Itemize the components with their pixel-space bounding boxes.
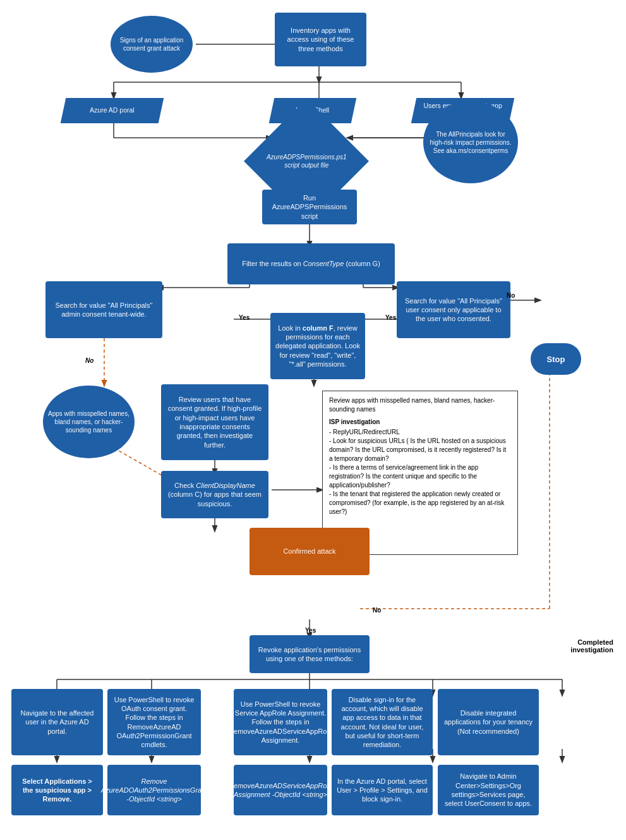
apps-misspelled-oval: Apps with misspelled names, bland names,… <box>43 386 135 458</box>
navigate-admin-label: Navigate to Admin Center>Settings>Org se… <box>443 772 534 808</box>
completed-label-text: Completedinvestigation <box>570 638 613 654</box>
remove-azure-oauth-box: Remove AzureADOAuth2PermissionsGrant -Ob… <box>107 765 201 815</box>
no-label-admin: No <box>85 357 93 364</box>
azure-ad-portal: Azure AD poral <box>61 98 164 123</box>
filter-results-label: Filter the results on ConsentType (colum… <box>242 259 380 268</box>
disable-signin-label: Disable sign-in for the account, which w… <box>337 695 428 750</box>
remove-azure-oauth-label: Remove AzureADOAuth2PermissionsGrant -Ob… <box>101 777 208 804</box>
remove-azure-service-box: RemoveAzureADServiceAppRole Assignment -… <box>234 765 327 815</box>
revoke-permissions-box: Revoke application's permissions using o… <box>250 635 370 673</box>
no-label-confirmed: No <box>373 607 381 614</box>
flowchart-diagram: Signs of an application consent grant at… <box>0 0 626 840</box>
inventory-label: Inventory apps with access using of thes… <box>280 26 361 53</box>
all-principals-circle: The AllPrincipals look for high-risk imp… <box>423 101 518 183</box>
review-users-label: Review users that have consent granted. … <box>166 395 263 449</box>
diamond-label: AzureADPSPermissions.ps1script output fi… <box>264 150 349 172</box>
stop-label: Stop <box>547 355 565 364</box>
run-script-label: Run AzureADPSPermissions script <box>267 193 352 221</box>
search-admin-label: Search for value "All Principals" admin … <box>51 301 157 319</box>
select-applications-box: Select Applications > the suspicious app… <box>11 765 103 815</box>
disable-integrated-box: Disable integrated applications for your… <box>438 689 539 755</box>
all-principals-label: The AllPrincipals look for high-risk imp… <box>428 130 513 155</box>
look-column-f-box: Look in column F, review permissions for… <box>270 313 365 379</box>
inventory-box: Inventory apps with access using of thes… <box>275 13 366 66</box>
select-applications-label: Select Applications > the suspicious app… <box>16 777 98 804</box>
confirmed-attack-label: Confirmed attack <box>283 547 335 556</box>
search-user-box: Search for value "All Principals" user c… <box>397 281 510 338</box>
stop-button: Stop <box>531 343 581 375</box>
in-azure-portal-box: In the Azure AD portal, select User > Pr… <box>332 765 433 815</box>
review-users-box: Review users that have consent granted. … <box>161 384 268 460</box>
completed-label: Completedinvestigation <box>570 638 613 654</box>
use-powershell-service-label: Use PowerShell to revoke Service AppRole… <box>229 700 332 745</box>
use-powershell-oauth-box: Use PowerShell to revoke OAuth consent g… <box>107 689 201 755</box>
start-oval-label: Signs of an application consent grant at… <box>116 36 188 52</box>
use-powershell-oauth-label: Use PowerShell to revoke OAuth consent g… <box>112 695 196 750</box>
navigate-admin-box: Navigate to Admin Center>Settings>Org se… <box>438 765 539 815</box>
revoke-permissions-label: Revoke application's permissions using o… <box>255 645 364 664</box>
navigate-azure-label: Navigate to the affected user in the Azu… <box>16 709 98 736</box>
confirmed-attack-box: Confirmed attack <box>250 528 370 575</box>
disable-signin-box: Disable sign-in for the account, which w… <box>332 689 433 755</box>
yes-label-1: Yes <box>239 314 250 321</box>
check-client-label: Check ClientDisplayName (column C) for a… <box>166 481 263 508</box>
use-powershell-service-box: Use PowerShell to revoke Service AppRole… <box>234 689 327 755</box>
check-client-box: Check ClientDisplayName (column C) for a… <box>161 471 268 518</box>
search-admin-box: Search for value "All Principals" admin … <box>45 281 162 338</box>
azure-ad-label: Azure AD poral <box>90 106 135 115</box>
info-box-content: - ReplyURL/RedirectURL - Look for suspic… <box>329 428 511 516</box>
look-column-f-label: Look in column F, review permissions for… <box>275 324 360 368</box>
yes-label-2: Yes <box>385 314 396 321</box>
apps-misspelled-label: Apps with misspelled names, bland names,… <box>48 410 129 434</box>
disable-integrated-label: Disable integrated applications for your… <box>443 709 534 736</box>
info-box-isp-title: ISP investigation <box>329 418 511 427</box>
search-user-label: Search for value "All Principals" user c… <box>402 296 505 324</box>
info-box-title: Review apps with misspelled names, bland… <box>329 396 511 414</box>
remove-azure-service-label: RemoveAzureADServiceAppRole Assignment -… <box>229 781 332 800</box>
yes-label-confirmed: Yes <box>305 627 316 634</box>
in-azure-portal-label: In the Azure AD portal, select User > Pr… <box>337 777 428 804</box>
run-script-box: Run AzureADPSPermissions script <box>262 190 357 224</box>
no-label-user-consent: No <box>507 292 515 299</box>
filter-results-box: Filter the results on ConsentType (colum… <box>227 243 395 284</box>
navigate-azure-box: Navigate to the affected user in the Azu… <box>11 689 103 755</box>
start-oval: Signs of an application consent grant at… <box>111 16 193 73</box>
